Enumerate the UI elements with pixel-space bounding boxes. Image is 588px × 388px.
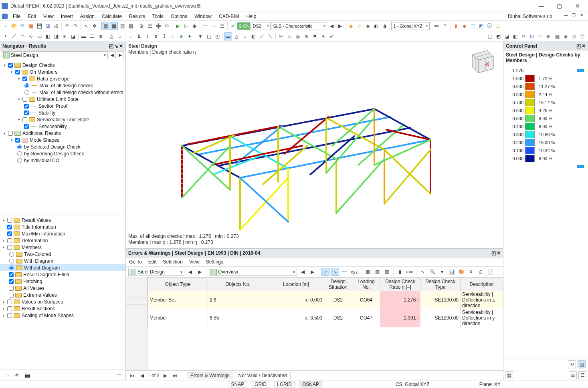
view4-icon[interactable]: ◧	[511, 32, 519, 40]
view12-icon[interactable]: ⬠	[578, 32, 586, 40]
viewport[interactable]: Steel Design Members | Design check rati…	[126, 42, 503, 248]
table3-icon[interactable]: ▥	[118, 22, 126, 30]
rad-by-selected[interactable]	[17, 145, 22, 149]
tab-notvalid[interactable]: Not Valid / Deactivated	[235, 372, 291, 379]
clip5-icon[interactable]: ⚑	[311, 32, 319, 40]
navigator-header[interactable]: Navigator - Results ◰ ↘ ✕	[0, 42, 125, 50]
print-icon[interactable]: 🖨	[52, 22, 60, 30]
mdi-close-icon[interactable]: ✕	[580, 13, 587, 20]
table2-icon[interactable]: ▦	[110, 22, 118, 30]
load6-icon[interactable]: ⊥	[169, 32, 177, 40]
warn-icon[interactable]: ⚠	[494, 22, 502, 30]
gear-icon[interactable]: ⚙	[163, 22, 171, 30]
tree-on-members[interactable]: On Members	[30, 69, 57, 75]
load7-icon[interactable]: ★	[177, 32, 185, 40]
tree-icon[interactable]: ☰	[146, 22, 154, 30]
pager-first-icon[interactable]: ⏮	[128, 372, 136, 380]
errors-combo-table[interactable]: Overview	[209, 268, 297, 276]
cp-header[interactable]: Control Panel ◰ ✕	[503, 42, 588, 50]
diag6-icon[interactable]: ＼	[266, 32, 274, 40]
clip3-icon[interactable]: ◎	[294, 32, 302, 40]
rad-max-all[interactable]	[24, 83, 29, 88]
tree-sls[interactable]: Serviceability Limit State	[37, 117, 89, 123]
chk-members[interactable]	[7, 245, 12, 250]
tree-mode-shapes[interactable]: Mode Shapes	[30, 137, 59, 143]
menu-window[interactable]: Window	[191, 13, 215, 20]
clip2-icon[interactable]: ⌂	[285, 32, 293, 40]
tab-views-icon[interactable]: 👁	[13, 371, 21, 379]
tab-display-icon[interactable]: 📷	[23, 371, 31, 379]
tree-by-selected[interactable]: by Selected Design Check	[24, 144, 81, 150]
display-options-tree[interactable]: ▸Result Values Title Information Max/Min…	[0, 215, 125, 370]
check-icon[interactable]: ✔	[229, 22, 237, 30]
chk-uls[interactable]	[22, 97, 27, 102]
maximize-button[interactable]: ▢	[550, 0, 568, 12]
chk-ratio-envelope[interactable]	[22, 76, 27, 81]
load3-icon[interactable]: ⇓	[143, 32, 152, 40]
nav-prev-button[interactable]: ◀	[109, 51, 116, 59]
rad-by-governing[interactable]	[17, 151, 22, 156]
help-icon[interactable]: ?	[441, 22, 449, 30]
cp-tab3-icon[interactable]: ☰	[578, 371, 586, 379]
view5-icon[interactable]: ⌑	[519, 32, 527, 40]
res3-icon[interactable]: ◈	[364, 22, 372, 30]
mdi-minimize-icon[interactable]: —	[564, 13, 571, 20]
pager-next-icon[interactable]: ▶	[161, 372, 169, 380]
line-icon[interactable]: ／	[10, 32, 18, 40]
errors-prev2[interactable]: ◀	[299, 268, 307, 276]
et-grid-icon[interactable]: ▦	[364, 268, 372, 276]
load2-icon[interactable]: ⇊	[135, 32, 143, 40]
lower-rdf[interactable]: Result Diagram Filled	[23, 272, 69, 277]
chk-on-members[interactable]	[15, 70, 20, 74]
et-chart-icon[interactable]: 📊	[448, 268, 456, 276]
errors-next2[interactable]: ▶	[308, 268, 316, 276]
rad-without-diagram[interactable]	[9, 265, 14, 270]
errors-settings[interactable]: Settings	[206, 259, 223, 265]
tree-max-noerr[interactable]: Max. of all design checks without errors	[39, 90, 123, 95]
rad-max-noerr[interactable]	[24, 90, 29, 95]
load5-icon[interactable]: ↧	[160, 32, 168, 40]
arc-icon[interactable]: ◠	[18, 32, 26, 40]
lower-result-sections[interactable]: Result Sections	[22, 306, 55, 312]
menu-tools[interactable]: Tools	[149, 13, 167, 20]
cube3d2-icon[interactable]: ◩	[477, 22, 485, 30]
open-icon[interactable]: 📂	[10, 22, 18, 30]
res5-icon[interactable]: ◑	[380, 22, 388, 30]
lower-deformation[interactable]: Deformation	[22, 238, 48, 243]
et-pick-icon[interactable]: ↖	[419, 268, 427, 276]
rad-by-individual[interactable]	[17, 158, 22, 163]
errors-goto[interactable]: Go To	[129, 259, 142, 265]
lower-title-info[interactable]: Title Information	[22, 224, 56, 230]
rect-icon[interactable]: ◧	[44, 32, 52, 40]
errors-header[interactable]: Errors & Warnings | Steel Design | EN 19…	[126, 249, 503, 257]
lower-scaling[interactable]: Scaling of Mode Shapes	[22, 313, 74, 318]
document-icon[interactable]: 🗎	[137, 22, 145, 30]
lower-vos[interactable]: Values on Surfaces	[22, 299, 63, 305]
cp-tab2-icon[interactable]: ⚖	[569, 371, 577, 379]
coord-combo[interactable]: 1 - Global XYZ	[391, 22, 430, 30]
et-export-icon[interactable]: ⬇	[467, 268, 475, 276]
errors-close-icon[interactable]: ✕	[497, 250, 501, 256]
chk-title-info[interactable]	[7, 225, 12, 229]
diag1-icon[interactable]: ▬	[224, 32, 232, 40]
clip4-icon[interactable]: ⊗	[302, 32, 310, 40]
tab-result-icon[interactable]: 〰	[115, 371, 123, 379]
color-legend[interactable]: 1.2761.0001.72 %0.90011.27 %0.8002.44 %0…	[503, 65, 588, 358]
cp-tab1-icon[interactable]: ▤	[505, 371, 513, 379]
lower-all-values[interactable]: All Values	[23, 285, 44, 291]
errors-selection[interactable]: Selection	[163, 259, 183, 265]
res1-icon[interactable]: ◆	[347, 22, 355, 30]
chk-sls[interactable]	[22, 117, 27, 122]
errors-view[interactable]: View	[189, 259, 200, 265]
unit-icon[interactable]: ㎜	[432, 22, 440, 30]
errors-grid[interactable]: Object Type Objects No. Location [m] Des…	[148, 277, 503, 370]
sect-icon[interactable]: 工	[88, 32, 96, 40]
navigation-cube[interactable]: -X	[465, 44, 497, 77]
load8-icon[interactable]: ✦	[186, 32, 194, 40]
panel-close-icon[interactable]: ✕	[119, 43, 123, 49]
menu-cadbim[interactable]: CAD-BIM	[216, 13, 242, 20]
clip7-icon[interactable]: ✔	[327, 32, 335, 40]
chk-rdf[interactable]	[9, 272, 14, 277]
member-icon[interactable]: ▭	[35, 32, 43, 40]
chk-result-values[interactable]	[7, 218, 12, 223]
